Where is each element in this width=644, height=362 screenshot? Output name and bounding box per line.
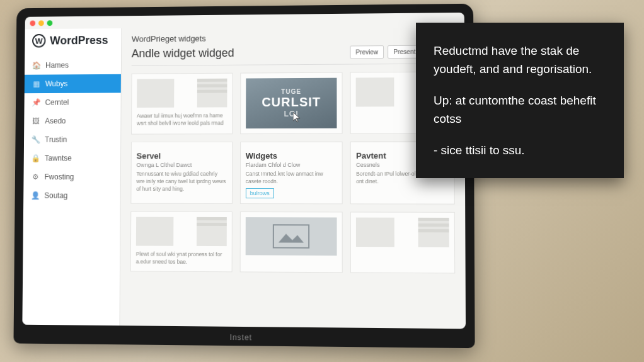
image-icon: [272, 223, 310, 249]
sidebar-item-widgets[interactable]: ▦ Wubys: [25, 74, 121, 93]
card-text: Awawr tul iimux huj woefmn ra hame wsrt …: [137, 112, 227, 127]
sidebar-item-home[interactable]: 🏠 Hames: [25, 55, 121, 75]
lines-placeholder: [418, 218, 449, 247]
window-controls: [30, 20, 52, 26]
card-subtitle: Flardam Chfol d Clow: [246, 162, 337, 168]
sidebar-item-media[interactable]: 🖼 Asedo: [24, 111, 120, 130]
breadcrumb: WordPrieget widgets: [132, 31, 454, 43]
thumb-placeholder: [136, 217, 174, 246]
thumb-placeholder: [137, 79, 174, 108]
widget-card[interactable]: Widgets Flardam Chfol d Clow Canst Imrte…: [240, 142, 343, 204]
card-text: Canst Imrted.knt low anmact inw casete r…: [246, 171, 337, 186]
sidebar-item-posts[interactable]: 📌 Cerntel: [24, 93, 120, 111]
widget-card[interactable]: Plewt of soul wki ynat proness tol for a…: [130, 211, 233, 271]
sidebar-item-settings[interactable]: 🔒 Tawntse: [24, 149, 121, 167]
monitor-brand: Instet: [230, 333, 252, 342]
thumb-placeholder: [356, 77, 394, 106]
screen: W WordPress 🏠 Hames ▦ Wubys 📌 Cerntel 🖼: [22, 13, 466, 329]
gear-icon: ⚙: [31, 173, 40, 181]
monitor-frame: W WordPress 🏠 Hames ▦ Wubys 📌 Cerntel 🖼: [13, 4, 474, 348]
thumb-placeholder: [356, 217, 394, 247]
widget-card[interactable]: Awawr tul iimux huj woefmn ra hame wsrt …: [131, 73, 233, 135]
sidebar-item-label: Hames: [45, 61, 69, 70]
close-dot[interactable]: [30, 21, 35, 26]
maximize-dot[interactable]: [47, 20, 53, 26]
overlay-paragraph: Up: at cuntomthe coast behefit cotss: [434, 91, 606, 128]
sidebar-item-plugins[interactable]: ⚙ Fwosting: [23, 167, 120, 186]
tools-icon: 🔧: [32, 135, 40, 144]
banner-small: TUGE: [281, 88, 301, 95]
card-image-placeholder: [245, 217, 337, 256]
widgets-icon: ▦: [32, 79, 40, 88]
media-icon: 🖼: [32, 116, 40, 125]
widget-card[interactable]: [239, 212, 343, 273]
pin-icon: 📌: [32, 98, 40, 107]
page-title: Andle widget widged: [132, 47, 234, 60]
overlay-paragraph: - sice ttisii to ssu.: [434, 141, 606, 159]
card-text: Tennussant te wivu gddiad caehriy wre in…: [136, 171, 226, 193]
widget-card[interactable]: Servel Ownga L Clthel Dawct Tennussant t…: [130, 142, 232, 204]
text-overlay-panel: Reductmd have the stak de youdeft, and a…: [416, 23, 624, 178]
brand: W WordPress: [25, 28, 121, 56]
user-icon: 👤: [31, 191, 40, 200]
preview-button[interactable]: Preview: [350, 45, 384, 59]
card-title: Widgets: [246, 151, 337, 161]
lines-placeholder: [197, 79, 227, 108]
cursor-icon: [293, 112, 302, 123]
sidebar-item-label: Tawntse: [45, 154, 72, 162]
lock-icon: 🔒: [31, 154, 40, 162]
sidebar-item-label: Soutag: [44, 191, 67, 200]
sidebar-item-label: Fwosting: [45, 173, 74, 181]
widget-card[interactable]: [350, 212, 455, 273]
sidebar-item-label: Asedo: [45, 116, 66, 125]
widget-card-featured[interactable]: TUGE CURLSIT LOI: [240, 72, 343, 135]
card-subtitle: Ownga L Clthel Dawct: [137, 162, 227, 168]
minimize-dot[interactable]: [38, 20, 44, 26]
sidebar-item-tools[interactable]: 🔧 Trustin: [24, 130, 120, 149]
content-area: WordPrieget widgets Andle widget widged …: [120, 25, 466, 329]
sidebar-item-users[interactable]: 👤 Soutag: [23, 186, 120, 205]
sidebar-item-label: Wubys: [45, 79, 68, 88]
wordpress-logo-icon: W: [32, 34, 45, 48]
svg-rect-0: [273, 225, 309, 247]
card-banner: TUGE CURLSIT LOI: [246, 78, 337, 128]
brand-label: WordPress: [50, 33, 108, 47]
card-footer-text: Plewt of soul wki ynat proness tol for a…: [136, 251, 227, 266]
banner-big: CURLSIT: [262, 95, 321, 110]
home-icon: 🏠: [32, 61, 41, 70]
sidebar-item-label: Trustin: [45, 135, 67, 144]
card-tag[interactable]: bulrows: [246, 188, 274, 198]
admin-sidebar: W WordPress 🏠 Hames ▦ Wubys 📌 Cerntel 🖼: [22, 28, 122, 325]
overlay-paragraph: Reductmd have the stak de youdeft, and a…: [434, 42, 606, 79]
card-title: Servel: [137, 151, 227, 161]
lines-placeholder: [197, 217, 227, 246]
sidebar-item-label: Cerntel: [45, 98, 69, 107]
